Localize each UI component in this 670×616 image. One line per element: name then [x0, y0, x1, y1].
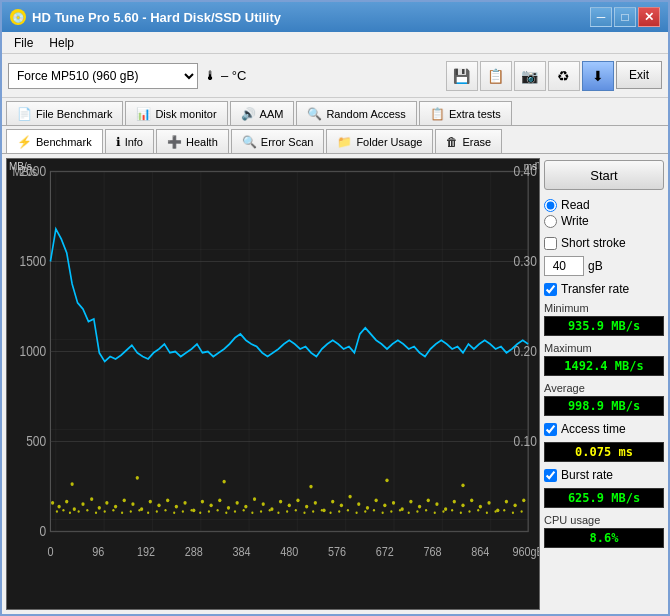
burst-rate-checkbox[interactable]	[544, 469, 557, 482]
svg-point-83	[513, 503, 516, 507]
short-stroke-checkbox-label[interactable]: Short stroke	[544, 236, 664, 250]
main-window: 💿 HD Tune Pro 5.60 - Hard Disk/SSD Utili…	[0, 0, 670, 616]
write-radio-label[interactable]: Write	[544, 214, 664, 228]
transfer-rate-checkbox[interactable]	[544, 283, 557, 296]
toolbar: Force MP510 (960 gB) 🌡 – °C 💾 📋 📷 ♻ ⬇ Ex…	[2, 54, 668, 98]
svg-point-63	[340, 503, 343, 507]
tab-aam[interactable]: 🔊 AAM	[230, 101, 295, 125]
svg-text:960gB: 960gB	[512, 545, 539, 559]
hdd-icon-btn[interactable]: 💾	[446, 61, 478, 91]
svg-point-130	[390, 510, 392, 513]
svg-point-91	[56, 510, 58, 513]
svg-text:864: 864	[471, 545, 490, 559]
max-label: Maximum	[544, 342, 664, 354]
tab-disk-monitor[interactable]: 📊 Disk monitor	[125, 101, 227, 125]
svg-text:192: 192	[137, 545, 155, 559]
svg-point-139	[468, 510, 470, 513]
min-stat: Minimum 935.9 MB/s	[544, 302, 664, 336]
min-value: 935.9 MB/s	[544, 316, 664, 336]
svg-point-100	[130, 510, 132, 513]
menu-file[interactable]: File	[6, 34, 41, 52]
svg-point-33	[81, 502, 84, 506]
minimize-button[interactable]: ─	[590, 7, 612, 27]
thermometer-icon: 🌡	[204, 68, 217, 83]
download-icon-btn[interactable]: ⬇	[582, 61, 614, 91]
svg-point-93	[69, 512, 71, 515]
transfer-rate-checkbox-label[interactable]: Transfer rate	[544, 282, 664, 296]
svg-point-47	[201, 500, 204, 504]
read-radio[interactable]	[544, 199, 557, 212]
svg-point-134	[425, 509, 427, 512]
close-button[interactable]: ✕	[638, 7, 660, 27]
file-benchmark-icon: 📄	[17, 107, 32, 121]
svg-point-142	[494, 510, 496, 513]
recycle-icon-btn[interactable]: ♻	[548, 61, 580, 91]
tab-file-benchmark-label: File Benchmark	[36, 108, 112, 120]
write-radio[interactable]	[544, 215, 557, 228]
svg-text:96: 96	[92, 545, 104, 559]
svg-point-136	[442, 510, 444, 513]
short-stroke-input[interactable]	[544, 256, 584, 276]
svg-point-132	[408, 512, 410, 515]
svg-text:1000: 1000	[20, 344, 47, 360]
svg-point-109	[208, 510, 210, 513]
avg-label: Average	[544, 382, 664, 394]
read-radio-label[interactable]: Read	[544, 198, 664, 212]
svg-point-57	[288, 503, 291, 507]
tab-health[interactable]: ➕ Health	[156, 129, 229, 153]
benchmark-chart: 2000 1500 1000 500 0 0.40 0.30 0.20 0.10…	[7, 159, 539, 609]
camera-icon-btn[interactable]: 📷	[514, 61, 546, 91]
svg-point-34	[90, 497, 93, 501]
tab-benchmark[interactable]: ⚡ Benchmark	[6, 129, 103, 153]
svg-point-51	[236, 501, 239, 505]
svg-point-69	[392, 501, 395, 505]
svg-point-105	[173, 512, 175, 515]
extra-tests-icon: 📋	[430, 107, 445, 121]
svg-point-131	[399, 509, 401, 512]
svg-point-60	[314, 501, 317, 505]
drive-select[interactable]: Force MP510 (960 gB)	[8, 63, 198, 89]
exit-button[interactable]: Exit	[616, 61, 662, 89]
short-stroke-checkbox[interactable]	[544, 237, 557, 250]
svg-text:1500: 1500	[20, 254, 47, 270]
start-button[interactable]: Start	[544, 160, 664, 190]
tab-error-scan-label: Error Scan	[261, 136, 314, 148]
svg-point-117	[277, 512, 279, 515]
svg-point-32	[73, 507, 76, 511]
svg-point-53	[253, 497, 256, 501]
burst-rate-checkbox-label[interactable]: Burst rate	[544, 468, 664, 482]
tab-info[interactable]: ℹ Info	[105, 129, 154, 153]
tab-extra-tests[interactable]: 📋 Extra tests	[419, 101, 512, 125]
svg-point-72	[418, 505, 421, 509]
maximize-button[interactable]: □	[614, 7, 636, 27]
app-icon: 💿	[10, 9, 26, 25]
tab-random-access[interactable]: 🔍 Random Access	[296, 101, 416, 125]
svg-point-50	[227, 506, 230, 510]
access-time-checkbox[interactable]	[544, 423, 557, 436]
svg-text:576: 576	[328, 545, 346, 559]
svg-point-44	[175, 505, 178, 509]
svg-text:0: 0	[47, 545, 53, 559]
access-time-value: 0.075 ms	[544, 442, 664, 462]
access-time-checkbox-label[interactable]: Access time	[544, 422, 664, 436]
svg-point-138	[460, 512, 462, 515]
svg-point-58	[296, 498, 299, 502]
max-stat: Maximum 1492.4 MB/s	[544, 342, 664, 376]
svg-point-107	[190, 509, 192, 512]
svg-point-145	[521, 510, 523, 513]
tab-aam-label: AAM	[260, 108, 284, 120]
svg-point-37	[114, 505, 117, 509]
tab-file-benchmark[interactable]: 📄 File Benchmark	[6, 101, 123, 125]
copy-icon-btn[interactable]: 📋	[480, 61, 512, 91]
tab-folder-usage[interactable]: 📁 Folder Usage	[326, 129, 433, 153]
sidebar: Start Read Write Short stroke gB	[544, 158, 664, 610]
tab-error-scan[interactable]: 🔍 Error Scan	[231, 129, 325, 153]
svg-point-95	[86, 509, 88, 512]
svg-text:0.10: 0.10	[514, 434, 537, 450]
tab-erase[interactable]: 🗑 Erase	[435, 129, 502, 153]
write-label: Write	[561, 214, 589, 228]
svg-point-68	[383, 503, 386, 507]
menu-help[interactable]: Help	[41, 34, 82, 52]
menu-bar: File Help	[2, 32, 668, 54]
title-controls: ─ □ ✕	[590, 7, 660, 27]
